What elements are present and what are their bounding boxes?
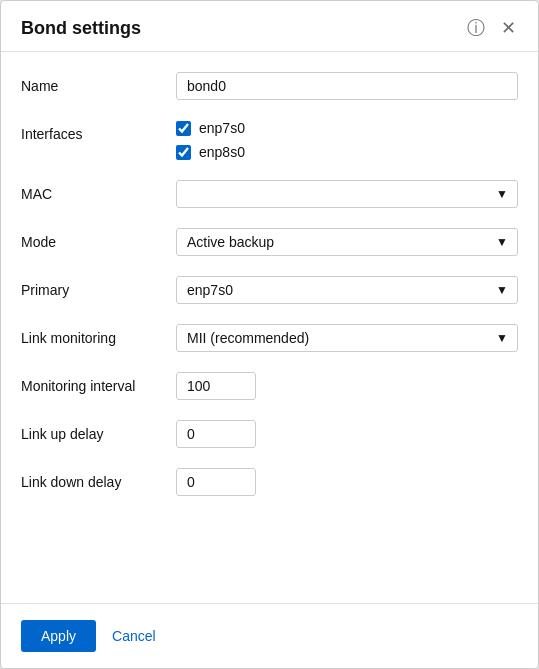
mode-row: Mode Active backup Balance RR Balance XO…	[21, 228, 518, 256]
link-up-delay-label: Link up delay	[21, 420, 176, 442]
link-down-delay-row: Link down delay	[21, 468, 518, 496]
mac-row: MAC ▼	[21, 180, 518, 208]
link-down-delay-label: Link down delay	[21, 468, 176, 490]
dialog-title: Bond settings	[21, 18, 141, 39]
apply-button[interactable]: Apply	[21, 620, 96, 652]
link-up-delay-control	[176, 420, 518, 448]
primary-label: Primary	[21, 276, 176, 298]
mode-select-wrapper: Active backup Balance RR Balance XOR Bro…	[176, 228, 518, 256]
primary-row: Primary enp7s0 enp8s0 ▼	[21, 276, 518, 304]
interface-enp7s0-label: enp7s0	[199, 120, 245, 136]
monitoring-interval-row: Monitoring interval	[21, 372, 518, 400]
link-monitoring-select-wrapper: MII (recommended) ARP ▼	[176, 324, 518, 352]
dialog-header: Bond settings ⓘ ✕	[1, 1, 538, 52]
primary-control: enp7s0 enp8s0 ▼	[176, 276, 518, 304]
mac-select-wrapper: ▼	[176, 180, 518, 208]
interface-enp8s0-label: enp8s0	[199, 144, 245, 160]
mode-label: Mode	[21, 228, 176, 250]
interface-enp8s0-row: enp8s0	[176, 144, 518, 160]
interface-enp8s0-checkbox[interactable]	[176, 145, 191, 160]
link-monitoring-select[interactable]: MII (recommended) ARP	[176, 324, 518, 352]
interface-enp7s0-checkbox[interactable]	[176, 121, 191, 136]
header-icons: ⓘ ✕	[465, 17, 518, 39]
cancel-button[interactable]: Cancel	[108, 620, 160, 652]
mode-control: Active backup Balance RR Balance XOR Bro…	[176, 228, 518, 256]
link-monitoring-label: Link monitoring	[21, 324, 176, 346]
link-down-delay-input[interactable]	[176, 468, 256, 496]
monitoring-interval-input[interactable]	[176, 372, 256, 400]
primary-select-wrapper: enp7s0 enp8s0 ▼	[176, 276, 518, 304]
mac-label: MAC	[21, 180, 176, 202]
help-icon: ⓘ	[467, 18, 485, 38]
link-down-delay-control	[176, 468, 518, 496]
link-up-delay-row: Link up delay	[21, 420, 518, 448]
close-button[interactable]: ✕	[499, 17, 518, 39]
name-input[interactable]	[176, 72, 518, 100]
primary-select[interactable]: enp7s0 enp8s0	[176, 276, 518, 304]
dialog-body: Name Interfaces enp7s0 enp8s0 MAC	[1, 52, 538, 593]
link-up-delay-input[interactable]	[176, 420, 256, 448]
interface-enp7s0-row: enp7s0	[176, 120, 518, 136]
close-icon: ✕	[501, 18, 516, 38]
dialog-footer: Apply Cancel	[1, 603, 538, 668]
name-control	[176, 72, 518, 100]
link-monitoring-control: MII (recommended) ARP ▼	[176, 324, 518, 352]
help-button[interactable]: ⓘ	[465, 17, 487, 39]
mac-select[interactable]	[176, 180, 518, 208]
interfaces-label: Interfaces	[21, 120, 176, 142]
name-label: Name	[21, 72, 176, 94]
mac-control: ▼	[176, 180, 518, 208]
interfaces-group: enp7s0 enp8s0	[176, 120, 518, 160]
link-monitoring-row: Link monitoring MII (recommended) ARP ▼	[21, 324, 518, 352]
bond-settings-dialog: Bond settings ⓘ ✕ Name Interfaces enp7s0	[0, 0, 539, 669]
monitoring-interval-label: Monitoring interval	[21, 372, 176, 394]
interfaces-row: Interfaces enp7s0 enp8s0	[21, 120, 518, 160]
mode-select[interactable]: Active backup Balance RR Balance XOR Bro…	[176, 228, 518, 256]
monitoring-interval-control	[176, 372, 518, 400]
name-row: Name	[21, 72, 518, 100]
